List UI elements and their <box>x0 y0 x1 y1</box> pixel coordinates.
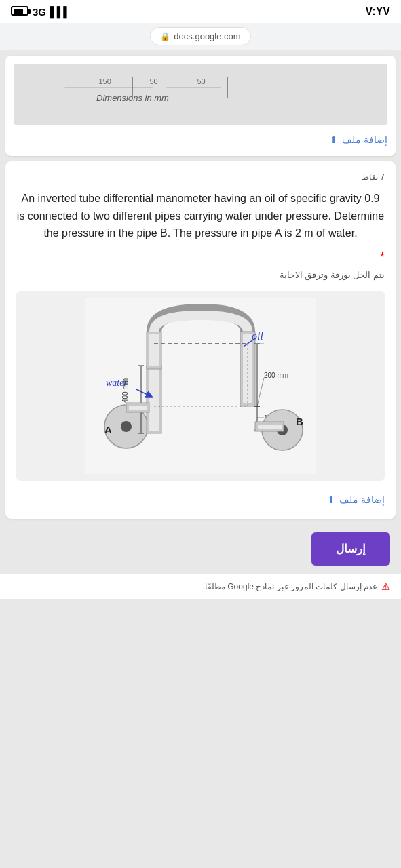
required-star: * <box>16 250 385 264</box>
status-bar: 3G ▌▌▌ V:YV <box>0 0 401 23</box>
svg-text:200 mm: 200 mm <box>264 372 288 379</box>
url-bar: 🔒 docs.google.com <box>0 23 401 50</box>
upload-icon: ⬆ <box>330 134 338 145</box>
svg-rect-42 <box>258 425 282 429</box>
url-text: docs.google.com <box>174 31 240 41</box>
question-header: 7 نقاط <box>16 172 385 182</box>
url-bar-inner[interactable]: 🔒 docs.google.com <box>150 27 250 45</box>
network-label: 3G <box>33 6 46 18</box>
svg-point-12 <box>121 421 132 432</box>
time-display: V:YV <box>366 5 390 18</box>
footer-warning: ⚠ عدم إرسال كلمات المرور عبر نماذج Googl… <box>0 574 401 599</box>
answer-hint: يتم الحل بورقة وترفق الاجابة <box>16 270 385 280</box>
svg-text:A: A <box>104 424 112 435</box>
bottom-upload-icon: ⬆ <box>327 494 335 505</box>
battery-indicator <box>11 6 28 18</box>
top-card: Dimensions in mm 150 50 50 ⬆ إضافة ملف <box>5 56 396 156</box>
dimensions-svg: Dimensions in mm 150 50 50 <box>14 67 387 121</box>
svg-rect-16 <box>149 334 159 366</box>
submit-button[interactable]: إرسال <box>311 532 390 566</box>
svg-rect-14 <box>149 368 159 431</box>
points-label: 7 نقاط <box>362 172 385 182</box>
footer-warning-text: عدم إرسال كلمات المرور عبر نماذج Google … <box>203 582 377 591</box>
signal-bars: ▌▌▌ <box>50 6 70 18</box>
battery-icon <box>11 6 28 16</box>
warning-icon: ⚠ <box>381 581 390 592</box>
status-left: 3G ▌▌▌ <box>11 6 70 18</box>
svg-text:50: 50 <box>197 77 206 85</box>
top-upload-button[interactable]: ⬆ إضافة ملف <box>14 132 387 148</box>
svg-rect-44 <box>129 406 147 410</box>
svg-text:B: B <box>296 416 303 427</box>
svg-text:400 mm: 400 mm <box>121 378 129 403</box>
lock-icon: 🔒 <box>160 32 170 41</box>
question-card: 7 نقاط An inverted tube differential man… <box>5 161 396 519</box>
svg-text:150: 150 <box>99 77 111 85</box>
diagram-container: oil water 400 mm 200 <box>16 291 385 481</box>
svg-text:50: 50 <box>150 77 158 85</box>
bottom-upload-label: إضافة ملف <box>339 494 385 505</box>
submit-area: إرسال <box>0 524 401 574</box>
top-upload-label: إضافة ملف <box>342 134 387 145</box>
manometer-diagram: oil water 400 mm 200 <box>85 298 316 474</box>
bottom-upload-button[interactable]: ⬆ إضافة ملف <box>16 492 385 508</box>
main-content: Dimensions in mm 150 50 50 ⬆ إضافة ملف 7… <box>0 56 401 599</box>
question-text: An inverted tube differential manometer … <box>16 190 385 242</box>
dimensions-image: Dimensions in mm 150 50 50 <box>14 64 387 125</box>
